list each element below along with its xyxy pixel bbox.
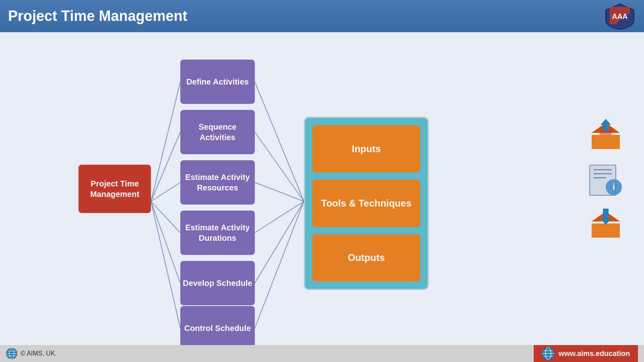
header: Project Time Management AAA <box>0 0 644 32</box>
svg-line-6 <box>151 201 180 328</box>
logo-area: AAA <box>604 2 640 30</box>
svg-line-1 <box>151 82 180 201</box>
svg-text:i: i <box>613 182 615 191</box>
main-content: Project Time Management Define Activitie… <box>0 32 644 345</box>
svg-line-4 <box>151 201 180 233</box>
activity-box-estimate-durations: Estimate Activity Durations <box>180 211 255 255</box>
footer-globe-icon <box>542 347 555 360</box>
copyright-text: © AIMS, UK. <box>21 350 57 357</box>
activity-box-control: Control Schedule <box>180 306 255 345</box>
svg-line-5 <box>151 201 180 283</box>
svg-text:AAA: AAA <box>612 12 628 21</box>
activity-box-define: Define Activities <box>180 60 255 104</box>
svg-rect-20 <box>594 177 606 178</box>
footer-copyright: © AIMS, UK. <box>6 348 57 359</box>
svg-line-3 <box>151 182 180 201</box>
footer-website: www.aims.education <box>534 345 638 362</box>
svg-marker-23 <box>592 223 620 238</box>
svg-line-9 <box>255 182 304 201</box>
input-box-icon <box>588 117 624 153</box>
svg-line-7 <box>255 82 304 201</box>
svg-marker-13 <box>592 135 620 149</box>
activity-box-develop: Develop Schedule <box>180 261 255 305</box>
tools-icon: i <box>588 161 624 197</box>
diagram: Project Time Management Define Activitie… <box>0 32 644 345</box>
globe-icon <box>6 348 17 359</box>
output-box-icon <box>588 205 624 242</box>
svg-line-11 <box>255 201 304 283</box>
svg-rect-19 <box>594 173 612 174</box>
footer: © AIMS, UK. www.aims.education <box>0 345 644 362</box>
icon-area: i <box>588 117 624 242</box>
svg-line-2 <box>151 132 180 201</box>
ptm-box: Project Time Management <box>78 165 151 213</box>
tools-box: Tools & Techniques <box>312 180 420 227</box>
svg-line-12 <box>255 201 304 328</box>
svg-line-8 <box>255 132 304 201</box>
logo-icon: AAA <box>604 2 636 30</box>
activity-box-sequence: Sequence Activities <box>180 110 255 154</box>
activity-box-estimate-resources: Estimate Activity Resources <box>180 160 255 205</box>
inputs-box: Inputs <box>312 125 420 172</box>
page-title: Project Time Management <box>8 8 187 25</box>
outputs-box: Outputs <box>312 234 420 281</box>
right-panel: Inputs Tools & Techniques Outputs <box>304 117 429 290</box>
svg-rect-18 <box>594 169 612 170</box>
svg-line-10 <box>255 201 304 233</box>
website-text: www.aims.education <box>559 350 630 358</box>
